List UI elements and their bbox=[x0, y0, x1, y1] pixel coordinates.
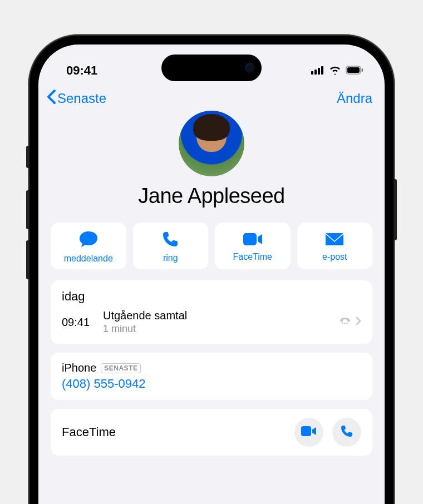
mail-label: e-post bbox=[322, 252, 347, 262]
dynamic-island bbox=[161, 55, 262, 81]
svg-rect-3 bbox=[321, 66, 323, 75]
svg-rect-5 bbox=[347, 67, 360, 73]
phone-number-card[interactable]: iPhone SENASTE (408) 555-0942 bbox=[51, 353, 372, 400]
phone-number[interactable]: (408) 555-0942 bbox=[62, 377, 361, 391]
facetime-audio-button[interactable] bbox=[332, 418, 361, 447]
mail-button[interactable]: e-post bbox=[297, 223, 373, 269]
chevron-right-icon bbox=[356, 317, 361, 328]
phone-power-button bbox=[394, 179, 397, 240]
phone-icon bbox=[340, 424, 353, 440]
svg-rect-10 bbox=[346, 323, 348, 324]
message-button[interactable]: meddelande bbox=[51, 223, 126, 269]
front-camera bbox=[245, 63, 255, 73]
contact-header: Jane Appleseed bbox=[38, 107, 385, 218]
phone-device-frame: 09:41 Senaste Ändra bbox=[28, 34, 395, 504]
message-label: meddelande bbox=[64, 254, 113, 264]
call-log-row[interactable]: 09:41 Utgående samtal 1 minut bbox=[62, 309, 361, 335]
svg-rect-0 bbox=[311, 71, 313, 75]
svg-rect-9 bbox=[344, 323, 346, 324]
facetime-card: FaceTime bbox=[51, 409, 372, 456]
contact-name: Jane Appleseed bbox=[138, 184, 284, 208]
back-label: Senaste bbox=[57, 91, 106, 106]
quick-actions-row: meddelande ring FaceTime e-post bbox=[38, 218, 385, 280]
facetime-section-label: FaceTime bbox=[62, 425, 116, 439]
tty-icon bbox=[339, 317, 351, 328]
recent-calls-card[interactable]: idag 09:41 Utgående samtal 1 minut bbox=[51, 280, 372, 344]
mail-icon bbox=[324, 232, 345, 249]
back-button[interactable]: Senaste bbox=[46, 89, 106, 107]
video-icon bbox=[301, 426, 317, 439]
svg-rect-11 bbox=[301, 426, 311, 436]
call-label: ring bbox=[163, 253, 178, 263]
facetime-button[interactable]: FaceTime bbox=[215, 223, 291, 269]
nav-bar: Senaste Ändra bbox=[38, 83, 385, 107]
phone-screen: 09:41 Senaste Ändra bbox=[38, 45, 385, 504]
phone-type-label: iPhone bbox=[62, 362, 96, 374]
svg-rect-2 bbox=[318, 68, 320, 75]
call-button[interactable]: ring bbox=[133, 223, 209, 269]
edit-button[interactable]: Ändra bbox=[337, 91, 372, 106]
facetime-video-button[interactable] bbox=[294, 418, 323, 447]
svg-rect-7 bbox=[243, 233, 257, 245]
recent-badge: SENASTE bbox=[101, 363, 141, 373]
recent-header: idag bbox=[62, 289, 361, 304]
contact-avatar[interactable] bbox=[179, 111, 244, 176]
chevron-left-icon bbox=[46, 89, 56, 107]
video-icon bbox=[242, 232, 263, 249]
phone-icon bbox=[162, 231, 179, 250]
facetime-label: FaceTime bbox=[233, 252, 272, 262]
status-time: 09:41 bbox=[66, 63, 97, 78]
cellular-icon bbox=[311, 63, 324, 78]
message-icon bbox=[78, 230, 99, 250]
svg-rect-8 bbox=[342, 323, 343, 324]
call-duration: 1 minut bbox=[103, 323, 331, 335]
wifi-icon bbox=[329, 63, 341, 78]
svg-rect-1 bbox=[314, 70, 317, 75]
battery-icon bbox=[346, 63, 363, 78]
call-time: 09:41 bbox=[62, 316, 95, 329]
call-type: Utgående samtal bbox=[103, 309, 331, 322]
svg-rect-6 bbox=[362, 68, 363, 72]
